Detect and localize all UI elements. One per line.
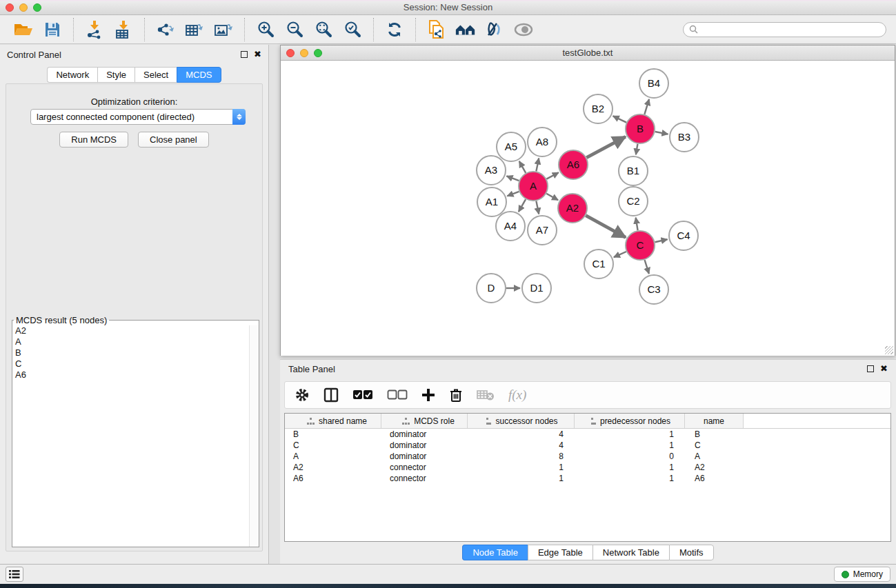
dropdown-stepper-icon	[232, 109, 246, 125]
graph-edge-A-A6[interactable]	[546, 172, 558, 179]
graph-edge-A-A3[interactable]	[506, 176, 519, 181]
network-window-titlebar[interactable]: testGlobe.txt	[281, 45, 895, 61]
zoom-fit-icon[interactable]	[312, 19, 335, 41]
graph-edge-C-C1[interactable]	[614, 252, 626, 257]
graph-edge-A-A8[interactable]	[536, 159, 539, 172]
show-hide-eye-icon	[512, 19, 535, 41]
graph-node-label-A2: A2	[566, 202, 579, 214]
zoom-out-icon[interactable]	[283, 19, 306, 41]
graph-node-label-A4: A4	[504, 220, 517, 232]
tab-edge-table[interactable]: Edge Table	[528, 545, 593, 560]
open-session-icon[interactable]	[12, 19, 34, 41]
network-canvas[interactable]: B4B2BB3A5A8A6A3AB1A1A2C2A4A7C4CC1DD1C3	[281, 61, 895, 356]
unselect-all-icon[interactable]	[387, 389, 408, 401]
minimize-window-button[interactable]	[19, 3, 28, 12]
graph-edge-C-C4[interactable]	[655, 239, 667, 242]
column-header-successor-nodes[interactable]: successor nodes	[468, 414, 575, 428]
search-field[interactable]	[683, 22, 886, 37]
import-table-icon[interactable]	[112, 19, 135, 41]
close-panel-button[interactable]: Close panel	[138, 132, 209, 148]
hierarchy-icon	[307, 418, 315, 425]
export-network-icon[interactable]	[155, 19, 177, 41]
mcds-result-list[interactable]: A2 A B C A6	[12, 325, 249, 547]
float-panel-icon[interactable]	[241, 51, 248, 58]
workspace: testGlobe.txt B4B2BB3A5A8A6A3AB1A1A2C2A4…	[270, 45, 896, 564]
close-panel-icon[interactable]: ✖	[254, 51, 261, 58]
gear-icon[interactable]	[295, 387, 310, 403]
graph-edge-C-C3[interactable]	[645, 260, 649, 274]
column-header-name[interactable]: name	[685, 414, 744, 428]
graph-edge-A2-C[interactable]	[586, 216, 626, 238]
network-view-window: testGlobe.txt B4B2BB3A5A8A6A3AB1A1A2C2A4…	[280, 45, 895, 356]
clone-network-icon[interactable]	[426, 19, 448, 41]
column-header-predecessor-nodes[interactable]: predecessor nodes	[575, 414, 685, 428]
graphics-details-icon[interactable]	[484, 19, 506, 41]
select-all-icon[interactable]	[352, 389, 373, 401]
table-row[interactable]: Adominator80A	[285, 451, 890, 462]
column-header-shared-name[interactable]: shared name	[285, 414, 381, 428]
graph-edge-B-B2[interactable]	[613, 116, 626, 122]
graph-edge-C-C2[interactable]	[636, 218, 638, 231]
graph-edge-A-A4[interactable]	[519, 199, 526, 212]
close-window-button[interactable]	[6, 3, 14, 12]
close-network-button[interactable]	[286, 49, 295, 57]
graph-edge-A-A7[interactable]	[536, 201, 539, 214]
zoom-selected-icon[interactable]	[341, 19, 364, 41]
table-row[interactable]: A2connector11A2	[285, 462, 890, 473]
list-item[interactable]: B	[12, 347, 249, 358]
list-item[interactable]: A2	[12, 325, 249, 336]
home-apps-icon[interactable]	[455, 19, 477, 41]
graph-edge-B-B4[interactable]	[644, 99, 649, 114]
zoom-window-button[interactable]	[33, 3, 41, 12]
delete-rows-icon[interactable]	[449, 387, 463, 403]
search-input[interactable]	[701, 25, 880, 34]
criterion-value: largest connected component (directed)	[31, 112, 232, 122]
import-network-icon[interactable]	[83, 19, 106, 41]
zoom-network-button[interactable]	[314, 49, 322, 57]
list-item[interactable]: A6	[12, 369, 249, 381]
graph-node-label-C4: C4	[677, 230, 690, 241]
hierarchy-icon	[588, 418, 596, 425]
export-table-icon[interactable]	[183, 19, 206, 41]
tab-select[interactable]: Select	[135, 67, 177, 83]
search-icon	[689, 25, 698, 34]
tab-node-table[interactable]: Node Table	[462, 545, 528, 560]
column-header-mcds-role[interactable]: MCDS role	[381, 414, 468, 428]
export-image-icon[interactable]	[212, 19, 235, 41]
minimize-network-button[interactable]	[300, 49, 308, 57]
graph-edge-A-A2[interactable]	[546, 194, 558, 200]
graph-edge-B-B3[interactable]	[655, 132, 668, 134]
window-resize-grip[interactable]	[885, 346, 893, 354]
table-row[interactable]: Bdominator41B	[285, 429, 890, 440]
list-item[interactable]: C	[12, 358, 249, 369]
run-mcds-button[interactable]: Run MCDS	[59, 132, 128, 148]
tab-mcds[interactable]: MCDS	[177, 67, 221, 83]
add-row-icon[interactable]	[421, 388, 435, 402]
tab-motifs[interactable]: Motifs	[669, 545, 714, 560]
node-table[interactable]: shared name MCDS role successor nodes pr…	[284, 413, 891, 542]
table-row[interactable]: A6connector11A6	[285, 473, 890, 484]
graph-edge-A-A1[interactable]	[507, 192, 519, 196]
criterion-dropdown[interactable]: largest connected component (directed)	[30, 109, 246, 125]
close-table-panel-icon[interactable]: ✖	[880, 365, 888, 372]
graph-node-label-A3: A3	[485, 164, 497, 176]
save-session-icon[interactable]	[41, 19, 63, 41]
tab-network-table[interactable]: Network Table	[593, 545, 669, 560]
insert-column-icon[interactable]	[323, 387, 339, 403]
task-history-button[interactable]	[6, 567, 23, 582]
graph-node-label-C2: C2	[626, 195, 639, 207]
zoom-in-icon[interactable]	[255, 19, 277, 41]
tab-network[interactable]: Network	[47, 67, 97, 83]
memory-button[interactable]: Memory	[834, 567, 890, 582]
table-row[interactable]: Cdominator41C	[285, 440, 890, 451]
result-scrollbar[interactable]	[249, 325, 259, 547]
graph-edge-A6-B[interactable]	[586, 136, 625, 157]
graph-edge-B-B1[interactable]	[636, 144, 638, 155]
float-table-panel-icon[interactable]	[867, 365, 874, 372]
network-window-title: testGlobe.txt	[281, 48, 895, 58]
list-item[interactable]: A	[12, 336, 249, 347]
graph-node-label-A7: A7	[536, 224, 548, 236]
refresh-layout-icon[interactable]	[384, 19, 406, 41]
graph-edge-A-A5[interactable]	[519, 161, 526, 173]
tab-style[interactable]: Style	[97, 67, 135, 83]
